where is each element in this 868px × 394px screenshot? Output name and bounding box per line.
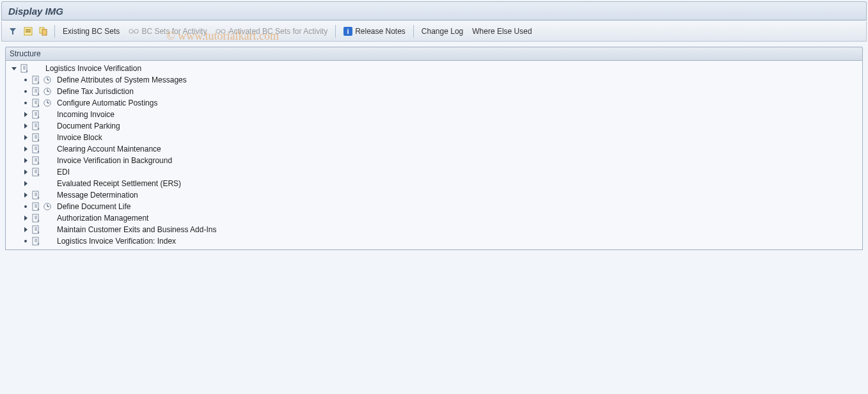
tree-node-label: Logistics Invoice Verification: Index: [53, 235, 176, 247]
expander-icon[interactable]: [21, 193, 30, 198]
tree-row[interactable]: Incoming Invoice: [6, 109, 862, 120]
tree-node-label: Maintain Customer Exits and Business Add…: [53, 224, 216, 235]
tree-row[interactable]: Authorization Management: [6, 212, 862, 224]
tree-node-label: Define Document Life: [53, 201, 130, 212]
document-icon[interactable]: [30, 87, 42, 96]
document-icon[interactable]: [30, 168, 42, 177]
document-icon[interactable]: [30, 225, 42, 234]
svg-rect-26: [33, 111, 38, 118]
tree-row[interactable]: Configure Automatic Postings: [6, 97, 862, 109]
structure-column-header[interactable]: Structure: [5, 47, 863, 61]
svg-rect-29: [33, 145, 38, 153]
change-log-label: Change Log: [422, 27, 463, 36]
svg-rect-14: [33, 76, 38, 84]
document-icon[interactable]: [30, 214, 42, 223]
document-icon[interactable]: [19, 64, 30, 73]
svg-rect-30: [33, 157, 38, 164]
tree-row[interactable]: Document Parking: [6, 120, 862, 132]
glasses-icon: [129, 26, 139, 36]
tree-row[interactable]: Invoice Block: [6, 132, 862, 143]
release-notes-label: Release Notes: [355, 27, 406, 36]
svg-rect-31: [33, 168, 38, 176]
tree-row[interactable]: Define Document Life: [6, 201, 862, 212]
expander-icon[interactable]: [21, 216, 30, 221]
expander-icon[interactable]: [21, 169, 30, 175]
svg-rect-38: [33, 226, 38, 233]
tree-row[interactable]: EDI: [6, 166, 862, 178]
document-icon[interactable]: [30, 191, 42, 200]
svg-rect-6: [42, 29, 47, 35]
document-icon[interactable]: [30, 145, 42, 154]
tree-children: Define Attributes of System Messages Def…: [6, 74, 862, 247]
tree-node-label: Clearing Account Maintenance: [53, 143, 161, 155]
expander-icon[interactable]: [21, 112, 30, 117]
bc-sets-for-activity-label: BC Sets for Activity: [141, 27, 207, 36]
tree-node-label: Logistics Invoice Verification: [42, 63, 141, 74]
toolbar-separator: [335, 25, 336, 38]
existing-bc-sets-label: Existing BC Sets: [63, 27, 120, 36]
tree-row[interactable]: Logistics Invoice Verification: Index: [6, 235, 862, 247]
execute-activity-icon[interactable]: [42, 98, 53, 107]
document-icon[interactable]: [30, 237, 42, 246]
change-log-button[interactable]: Change Log: [418, 23, 467, 40]
release-notes-button[interactable]: i Release Notes: [340, 23, 409, 40]
existing-bc-sets-button[interactable]: Existing BC Sets: [59, 23, 123, 40]
img-activity-icon[interactable]: [21, 24, 35, 38]
document-icon[interactable]: [30, 110, 42, 119]
tree-node-label: Document Parking: [53, 120, 120, 132]
expander-icon[interactable]: [21, 135, 30, 140]
document-icon[interactable]: [30, 75, 42, 84]
additional-info-icon[interactable]: [36, 24, 51, 38]
tree-row[interactable]: Clearing Account Maintenance: [6, 143, 862, 155]
tree-row[interactable]: Define Tax Jurisdiction: [6, 86, 862, 97]
toolbar-separator: [54, 25, 55, 38]
tree-node-label: Invoice Block: [53, 132, 102, 143]
tree-node-label: Invoice Verification in Background: [53, 155, 172, 166]
svg-point-8: [134, 29, 138, 33]
leaf-bullet-icon: [21, 205, 30, 208]
svg-rect-3: [26, 29, 31, 31]
tree-node-label: EDI: [53, 166, 70, 178]
svg-rect-18: [33, 88, 38, 95]
leaf-bullet-icon: [21, 79, 30, 81]
tree-row[interactable]: Message Determination: [6, 189, 862, 201]
expander-icon[interactable]: [21, 146, 30, 152]
expander-icon[interactable]: [21, 181, 30, 186]
content-area: Structure Logistics Invoice Verification: [5, 47, 863, 250]
svg-rect-28: [33, 134, 38, 141]
document-icon[interactable]: [30, 122, 42, 130]
document-icon[interactable]: [30, 133, 42, 142]
document-icon[interactable]: [30, 202, 42, 211]
leaf-bullet-icon: [21, 102, 30, 104]
execute-activity-icon[interactable]: [42, 202, 53, 211]
leaf-bullet-icon: [21, 90, 30, 93]
leaf-bullet-icon: [21, 240, 30, 242]
expander-icon[interactable]: [21, 158, 30, 163]
svg-point-11: [221, 29, 225, 33]
expander-icon[interactable]: [21, 123, 30, 129]
structure-header-label: Structure: [10, 49, 41, 58]
svg-point-7: [129, 29, 133, 33]
where-else-used-button[interactable]: Where Else Used: [468, 23, 535, 40]
expand-subtree-icon[interactable]: [6, 24, 20, 38]
tree-row[interactable]: Invoice Verification in Background: [6, 155, 862, 166]
execute-activity-icon[interactable]: [42, 75, 53, 84]
tree-row[interactable]: Define Attributes of System Messages: [6, 74, 862, 86]
tree-node-label: Evaluated Receipt Settlement (ERS): [53, 178, 181, 189]
activated-bc-sets-label: Activated BC Sets for Activity: [228, 27, 327, 36]
tree-row[interactable]: Maintain Customer Exits and Business Add…: [6, 224, 862, 235]
application-toolbar: Existing BC Sets BC Sets for Activity Ac…: [1, 22, 867, 42]
document-icon[interactable]: [30, 98, 42, 107]
activated-bc-sets-button: Activated BC Sets for Activity: [212, 23, 331, 40]
tree-row[interactable]: Evaluated Receipt Settlement (ERS): [6, 178, 862, 189]
svg-point-10: [216, 29, 220, 33]
expander-icon[interactable]: [21, 227, 30, 232]
document-icon[interactable]: [30, 156, 42, 165]
execute-activity-icon[interactable]: [42, 87, 53, 96]
img-tree: Logistics Invoice Verification Define At…: [5, 61, 863, 250]
toolbar-separator: [413, 25, 414, 38]
tree-node-label: Authorization Management: [53, 212, 148, 224]
svg-rect-39: [33, 237, 38, 245]
expander-icon[interactable]: [10, 66, 19, 71]
tree-row-root[interactable]: Logistics Invoice Verification: [6, 63, 862, 74]
